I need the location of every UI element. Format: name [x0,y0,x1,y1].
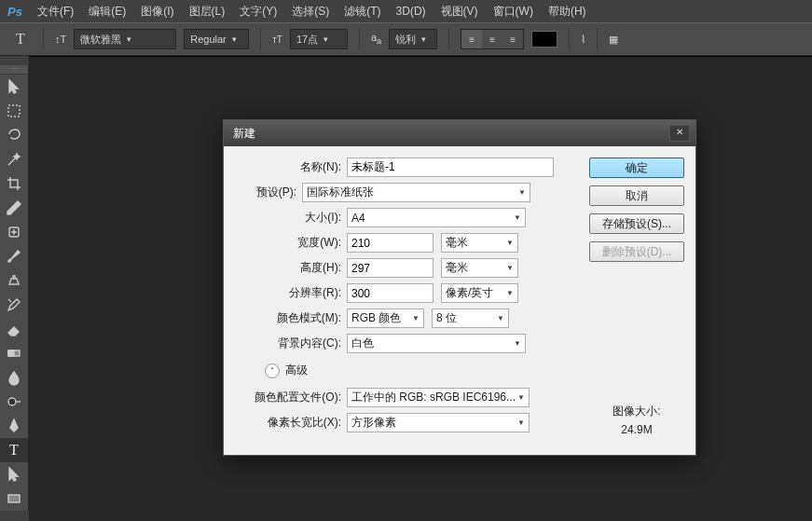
resolution-input[interactable] [347,283,434,303]
menu-layer[interactable]: 图层(L) [189,4,226,20]
menu-window[interactable]: 窗口(W) [493,4,533,20]
width-label: 宽度(W): [231,235,347,251]
preset-select[interactable]: 国际标准纸张▼ [302,183,530,202]
menu-3d[interactable]: 3D(D) [396,5,426,18]
font-weight-select[interactable]: Regular▾ [184,29,249,49]
image-size-display: 图像大小: 24.9M [589,400,684,440]
resolution-unit-select[interactable]: 像素/英寸▼ [441,283,518,303]
ok-button[interactable]: 确定 [589,158,684,178]
svg-rect-5 [8,495,20,502]
size-select[interactable]: A4▼ [347,208,526,227]
delete-preset-button[interactable]: 删除预设(D)... [589,241,684,262]
antialias-select[interactable]: 锐利▾ [389,29,437,49]
aspect-label: 像素长宽比(X): [231,415,347,431]
advanced-label: 高级 [285,363,308,378]
dialog-form: 名称(N): 预设(P): 国际标准纸张▼ 大小(I): A4▼ 宽度(W): … [231,158,578,440]
svg-rect-0 [8,105,20,117]
svg-rect-3 [8,350,14,356]
background-select[interactable]: 白色▼ [347,334,526,353]
blur-tool[interactable] [0,365,28,390]
eraser-tool[interactable] [0,317,28,341]
menu-image[interactable]: 图像(I) [141,4,173,20]
move-tool[interactable] [0,75,28,99]
resolution-label: 分辨率(R): [231,285,347,301]
width-unit-select[interactable]: 毫米▼ [441,233,518,253]
panel-grip[interactable]: ⋯ [0,65,28,75]
dialog-side: 确定 取消 存储预设(S)... 删除预设(D)... 图像大小: 24.9M [589,158,684,440]
font-family-select[interactable]: 微软雅黑▾ [74,29,176,49]
warp-text-icon[interactable]: ⌇ [581,34,585,46]
align-right-button[interactable]: ≡ [502,30,523,48]
marquee-tool[interactable] [0,99,28,123]
text-align-group: ≡ ≡ ≡ [461,29,524,49]
aa-icon: aa [371,32,381,46]
bit-depth-select[interactable]: 8 位▼ [432,308,509,328]
font-size-icon: тT [272,34,282,45]
color-mode-select[interactable]: RGB 颜色▼ [347,308,424,328]
height-input[interactable] [347,258,434,278]
profile-label: 颜色配置文件(O): [231,390,347,405]
text-color-swatch[interactable] [531,31,557,48]
dodge-tool[interactable] [0,390,28,414]
dialog-title: 新建 [233,126,255,142]
cancel-button[interactable]: 取消 [589,185,684,206]
clone-stamp-tool[interactable] [0,268,28,293]
eyedropper-tool[interactable] [0,196,28,220]
lasso-tool[interactable] [0,123,28,147]
menubar: Ps 文件(F) 编辑(E) 图像(I) 图层(L) 文字(Y) 选择(S) 滤… [0,0,812,22]
height-label: 高度(H): [231,260,347,276]
menu-filter[interactable]: 滤镜(T) [344,4,380,20]
active-tool-icon: T [9,28,32,50]
char-panel-icon[interactable]: ▦ [609,34,618,46]
menu-edit[interactable]: 编辑(E) [89,4,126,20]
new-document-dialog: 新建 ✕ 名称(N): 预设(P): 国际标准纸张▼ 大小(I): A4▼ 宽度… [223,119,696,456]
gradient-tool[interactable] [0,341,28,365]
preset-label: 预设(P): [231,185,302,200]
app-logo: Ps [7,5,22,19]
pixel-aspect-select[interactable]: 方形像素▼ [347,413,530,432]
menu-type[interactable]: 文字(Y) [240,4,277,20]
magic-wand-tool[interactable] [0,147,28,171]
font-size-select[interactable]: 17点▾ [290,29,348,49]
pen-tool[interactable] [0,414,28,438]
name-label: 名称(N): [231,159,347,175]
align-left-button[interactable]: ≡ [461,30,482,48]
tools-panel: ⋯ T [0,65,29,511]
dialog-titlebar[interactable]: 新建 ✕ [224,120,695,146]
text-orientation-icon[interactable]: ↕T [55,34,66,45]
menu-help[interactable]: 帮助(H) [548,4,586,20]
path-selection-tool[interactable] [0,462,28,487]
size-label: 大小(I): [231,210,347,226]
svg-point-4 [8,398,16,405]
advanced-toggle[interactable]: ˆ [265,363,280,378]
color-mode-label: 颜色模式(M): [231,310,347,326]
color-profile-select[interactable]: 工作中的 RGB: sRGB IEC6196...▼ [347,388,530,407]
name-input[interactable] [347,158,554,177]
save-preset-button[interactable]: 存储预设(S)... [589,213,684,234]
close-button[interactable]: ✕ [669,125,690,142]
type-tool[interactable]: T [0,438,28,462]
options-bar: T ↕T 微软雅黑▾ Regular▾ тT 17点▾ aa 锐利▾ ≡ ≡ ≡… [0,22,812,56]
healing-brush-tool[interactable] [0,220,28,244]
menu-view[interactable]: 视图(V) [441,4,478,20]
rectangle-tool[interactable] [0,487,28,511]
brush-tool[interactable] [0,244,28,268]
crop-tool[interactable] [0,171,28,196]
history-brush-tool[interactable] [0,293,28,317]
height-unit-select[interactable]: 毫米▼ [441,258,518,278]
menu-file[interactable]: 文件(F) [37,4,74,20]
width-input[interactable] [347,233,434,253]
align-center-button[interactable]: ≡ [482,30,502,48]
menu-select[interactable]: 选择(S) [292,4,329,20]
background-label: 背景内容(C): [231,336,347,351]
